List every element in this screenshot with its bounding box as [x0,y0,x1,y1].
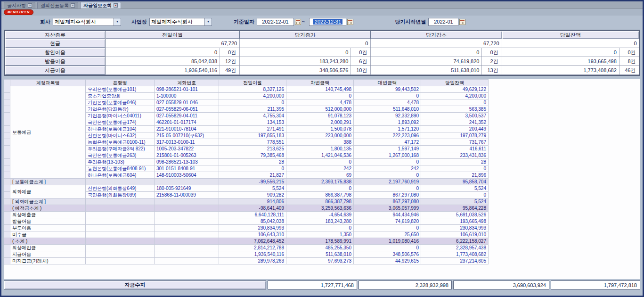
row-indicator-cell[interactable] [4,152,10,159]
amount-cell[interactable]: 233,431,836 [421,152,489,159]
amount-cell[interactable]: 1,893,092 [354,119,421,126]
amount-cell[interactable]: -197,078,279 [421,132,489,139]
account-number-cell[interactable]: 301-0151-8408-91 [155,165,219,172]
amount-cell[interactable]: 4,200,000 [421,93,489,99]
tab-close-icon[interactable]: × [71,3,75,8]
bank-name-cell[interactable]: 기업은행(보통예금046) [86,99,155,106]
bank-name-cell[interactable]: 우리은행(13-103) [86,159,155,165]
amount-cell[interactable]: 79,385,468 [219,152,286,159]
amount-cell[interactable]: 91,078,123 [286,113,354,119]
amount-cell[interactable]: 563,385 [421,106,489,113]
amount-cell[interactable]: 242 [286,165,354,172]
amount-cell[interactable]: 0 [219,99,286,106]
row-indicator-cell[interactable] [4,165,10,172]
row-indicator-cell[interactable] [4,245,10,251]
amount-cell[interactable]: 134,153 [219,119,286,126]
amount-cell[interactable]: 1,267,000,168 [354,152,421,159]
amount-cell[interactable]: 5,524 [219,185,286,192]
account-number-cell[interactable]: 1-100000 [155,93,219,99]
account-number-cell[interactable]: 221-910010-78104 [155,126,219,132]
amount-cell[interactable]: 0 [421,192,489,198]
bank-name-cell[interactable]: 농협은행(보통예금0100-11) [86,139,155,146]
amount-cell[interactable]: 0 [354,185,421,192]
bank-name-cell[interactable]: 중소기업중앙회 [86,93,155,99]
row-indicator-cell[interactable] [4,238,10,245]
row-indicator-cell[interactable] [4,198,10,205]
amount-cell[interactable]: 49,629,122 [421,86,489,93]
bank-name-cell[interactable]: 우리은행(보통예금101) [86,86,155,93]
bank-name-cell[interactable]: 하나은행(보통예금604) [86,172,155,179]
tab-close-icon[interactable]: × [28,3,32,8]
amount-cell[interactable]: 21,896 [421,172,489,179]
amount-cell[interactable]: 222,223,096 [354,132,421,139]
bank-name-cell[interactable]: 국민은행(외화통장039) [86,192,155,198]
row-indicator-cell[interactable] [4,218,10,225]
amount-cell[interactable]: 140,745,498 [286,86,354,93]
tab-close-icon[interactable]: × [114,3,118,8]
chevron-down-icon[interactable]: ▼ [114,18,121,25]
amount-cell[interactable]: 8,327,126 [219,86,286,93]
row-indicator-cell[interactable] [4,231,10,238]
amount-cell[interactable]: 4,478 [286,99,354,106]
date-from-input[interactable]: 2022-12-01 [257,18,294,26]
amount-cell[interactable]: 0 [354,172,421,179]
amount-cell[interactable]: 28 [421,159,489,165]
bank-name-cell[interactable]: 기업은행(당좌통장) [86,106,155,113]
amount-cell[interactable]: 4,478 [354,99,421,106]
amount-cell[interactable]: 416,611 [421,146,489,152]
amount-cell[interactable]: 211,395 [219,106,286,113]
amount-cell[interactable]: 28 [219,159,286,165]
amount-cell[interactable]: 1,571,120 [354,126,421,132]
amount-cell[interactable]: 1,800,135 [286,146,354,152]
amount-cell[interactable]: -197,855,183 [219,132,286,139]
company-select[interactable]: 제일제지주식회사 ▼ [53,18,121,26]
account-number-cell[interactable]: 215-05-007210(구632) [155,132,219,139]
amount-cell[interactable]: 0 [286,185,354,192]
account-number-cell[interactable]: 098-286521-01-101 [155,86,219,93]
account-number-cell[interactable]: 215801-01-005263 [155,152,219,159]
amount-cell[interactable]: 1,421,046,536 [286,152,354,159]
amount-cell[interactable]: 1,597,149 [354,146,421,152]
amount-cell[interactable]: 0 [219,165,286,172]
row-indicator-cell[interactable] [4,132,10,139]
amount-cell[interactable]: 4,200,000 [219,93,286,99]
bank-name-cell[interactable]: 국민은행(보통예금174) [86,119,155,126]
row-indicator-cell[interactable] [4,159,10,165]
row-indicator-cell[interactable] [4,192,10,198]
amount-cell[interactable]: 47,172 [354,139,421,146]
date-to-input[interactable]: 2022-12-31 [309,18,346,26]
account-number-cell[interactable]: 462201-01-017174 [155,119,219,126]
amount-cell[interactable]: 731,767 [421,139,489,146]
amount-cell[interactable]: 5,524 [421,185,489,192]
row-indicator-cell[interactable] [4,251,10,258]
amount-cell[interactable]: 511,648,010 [354,106,421,113]
account-number-cell[interactable]: 027-055829-04-011 [155,113,219,119]
account-number-cell[interactable]: 027-055829-01-046 [155,99,219,106]
amount-cell[interactable]: 0 [354,93,421,99]
bank-name-cell[interactable]: 기업은행(마이너스04011) [86,113,155,119]
workplace-select[interactable]: 제일제지주식회사 ▼ [149,18,212,26]
row-indicator-cell[interactable] [4,86,10,93]
row-indicator-cell[interactable] [4,99,10,106]
row-indicator-cell[interactable] [4,146,10,152]
row-indicator-cell[interactable] [4,172,10,179]
amount-cell[interactable]: 512,000,000 [286,106,354,113]
account-number-cell[interactable]: 1005-203-347822 [155,146,219,152]
amount-cell[interactable]: 99,443,502 [354,86,421,93]
bank-name-cell[interactable]: 신한은행(외화통장649) [86,185,155,192]
amount-cell[interactable]: 0 [286,93,354,99]
amount-cell[interactable]: 21,827 [219,172,286,179]
amount-cell[interactable]: 2,000,291 [286,119,354,126]
account-number-cell[interactable]: 317-0013-0100-11 [155,139,219,146]
account-number-cell[interactable]: 148-910003-50604 [155,172,219,179]
menu-open-button[interactable]: MENU OPEN [4,9,33,15]
amount-cell[interactable]: 213,625 [219,146,286,152]
amount-cell[interactable]: 241,352 [421,119,489,126]
calendar-icon[interactable] [295,19,301,25]
row-indicator-cell[interactable] [4,113,10,119]
tab-3[interactable]: 자금일보조회× [80,2,121,8]
account-number-cell[interactable]: 027-055829-06-051 [155,106,219,113]
amount-cell[interactable]: 909,282 [219,192,286,198]
start-month-input[interactable]: 2022-01 [428,18,458,26]
row-indicator-cell[interactable] [4,93,10,99]
